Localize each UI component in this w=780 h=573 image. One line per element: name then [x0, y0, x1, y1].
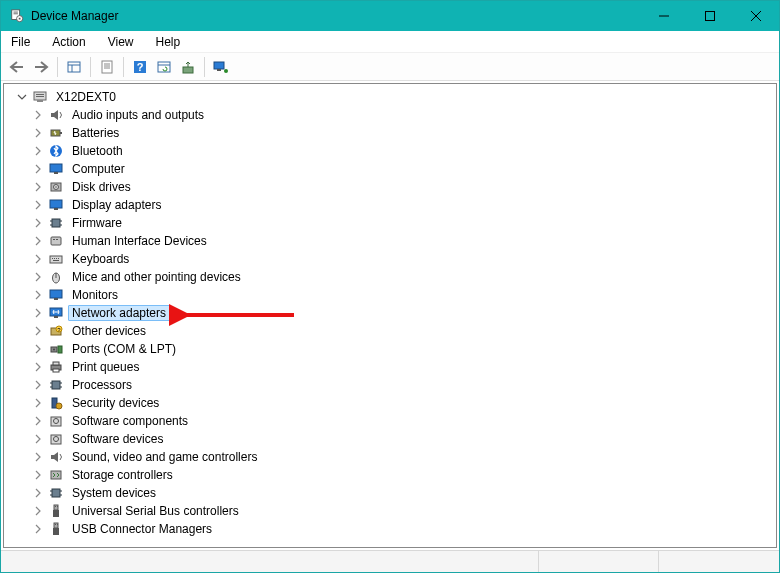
- expand-icon[interactable]: [32, 163, 44, 175]
- tree-node[interactable]: Universal Serial Bus controllers: [8, 502, 774, 520]
- svg-rect-26: [36, 96, 44, 97]
- tree-node[interactable]: Security devices: [8, 394, 774, 412]
- tree-node-label: Keyboards: [68, 251, 133, 267]
- maximize-button[interactable]: [687, 1, 733, 31]
- svg-rect-43: [51, 237, 61, 245]
- menu-help[interactable]: Help: [152, 33, 185, 51]
- tree-node[interactable]: Sound, video and game controllers: [8, 448, 774, 466]
- toolbar-properties-button[interactable]: [95, 56, 119, 78]
- tree-node-label: Universal Serial Bus controllers: [68, 503, 243, 519]
- tree-node[interactable]: Mice and other pointing devices: [8, 268, 774, 286]
- tree-node[interactable]: Storage controllers: [8, 466, 774, 484]
- tree-node[interactable]: Software devices: [8, 430, 774, 448]
- statusbar-segment: [659, 551, 779, 572]
- expand-icon[interactable]: [32, 253, 44, 265]
- expand-icon[interactable]: [32, 325, 44, 337]
- device-tree-pane[interactable]: X12DEXT0 Audio inputs and outputsBatteri…: [3, 83, 777, 548]
- tree-node-label: Processors: [68, 377, 136, 393]
- toolbar-update-driver-button[interactable]: [176, 56, 200, 78]
- tree-node[interactable]: Audio inputs and outputs: [8, 106, 774, 124]
- expand-icon[interactable]: [32, 145, 44, 157]
- statusbar: [1, 550, 779, 572]
- device-tree: X12DEXT0 Audio inputs and outputsBatteri…: [6, 86, 774, 538]
- tree-node-label: Monitors: [68, 287, 122, 303]
- expand-icon[interactable]: [32, 379, 44, 391]
- svg-rect-12: [102, 61, 112, 73]
- window-title: Device Manager: [31, 1, 641, 31]
- tree-node-label: Human Interface Devices: [68, 233, 211, 249]
- toolbar-remote-button[interactable]: [209, 56, 233, 78]
- expand-icon[interactable]: [32, 523, 44, 535]
- tree-node-label: Display adapters: [68, 197, 165, 213]
- expand-icon[interactable]: [32, 235, 44, 247]
- expand-icon[interactable]: [32, 469, 44, 481]
- expand-icon[interactable]: [32, 433, 44, 445]
- tree-node[interactable]: USB Connector Managers: [8, 520, 774, 538]
- tree-node[interactable]: Display adapters: [8, 196, 774, 214]
- toolbar-back-button[interactable]: [5, 56, 29, 78]
- expand-icon[interactable]: [32, 415, 44, 427]
- expand-icon[interactable]: [32, 127, 44, 139]
- svg-rect-88: [54, 523, 58, 528]
- expand-icon[interactable]: [32, 271, 44, 283]
- toolbar-help-button[interactable]: ?: [128, 56, 152, 78]
- expand-icon[interactable]: [32, 505, 44, 517]
- expand-icon[interactable]: [32, 199, 44, 211]
- menu-action[interactable]: Action: [48, 33, 89, 51]
- tree-node[interactable]: Disk drives: [8, 178, 774, 196]
- svg-rect-66: [53, 369, 59, 372]
- expand-icon[interactable]: [32, 397, 44, 409]
- tree-node[interactable]: Network adapters: [8, 304, 774, 322]
- toolbar-show-hidden-button[interactable]: [62, 56, 86, 78]
- tree-node[interactable]: Computer: [8, 160, 774, 178]
- monitor-icon: [48, 197, 64, 213]
- close-button[interactable]: [733, 1, 779, 31]
- collapse-icon[interactable]: [16, 91, 28, 103]
- tree-node[interactable]: Software components: [8, 412, 774, 430]
- monitor-icon: [48, 287, 64, 303]
- chip-icon: [48, 377, 64, 393]
- tree-node-label: Other devices: [68, 323, 150, 339]
- menu-view[interactable]: View: [104, 33, 138, 51]
- minimize-button[interactable]: [641, 1, 687, 31]
- svg-point-73: [56, 403, 62, 409]
- toolbar-refresh-button[interactable]: [152, 56, 176, 78]
- tree-node[interactable]: Human Interface Devices: [8, 232, 774, 250]
- svg-rect-48: [54, 258, 55, 259]
- svg-rect-63: [58, 346, 62, 353]
- menu-file[interactable]: File: [7, 33, 34, 51]
- tree-node[interactable]: Batteries: [8, 124, 774, 142]
- expand-icon[interactable]: [32, 289, 44, 301]
- svg-rect-27: [37, 100, 43, 102]
- expand-icon[interactable]: [32, 451, 44, 463]
- svg-rect-25: [36, 94, 44, 95]
- expand-icon[interactable]: [32, 361, 44, 373]
- tree-node[interactable]: Processors: [8, 376, 774, 394]
- computer-icon: [32, 89, 48, 105]
- tree-node[interactable]: Bluetooth: [8, 142, 774, 160]
- expand-icon[interactable]: [32, 343, 44, 355]
- svg-rect-54: [50, 290, 62, 298]
- menubar: File Action View Help: [1, 31, 779, 53]
- tree-node[interactable]: Ports (COM & LPT): [8, 340, 774, 358]
- tree-node[interactable]: Monitors: [8, 286, 774, 304]
- tree-root-node[interactable]: X12DEXT0: [8, 88, 774, 106]
- svg-rect-37: [54, 208, 58, 210]
- expand-icon[interactable]: [32, 307, 44, 319]
- expand-icon[interactable]: [32, 217, 44, 229]
- tree-node[interactable]: Firmware: [8, 214, 774, 232]
- svg-rect-55: [54, 298, 58, 300]
- tree-node[interactable]: Print queues: [8, 358, 774, 376]
- tree-children: Audio inputs and outputsBatteriesBluetoo…: [8, 106, 774, 538]
- expand-icon[interactable]: [32, 487, 44, 499]
- svg-rect-90: [55, 524, 56, 525]
- expand-icon[interactable]: [32, 181, 44, 193]
- tree-node-label: USB Connector Managers: [68, 521, 216, 537]
- toolbar-forward-button[interactable]: [29, 56, 53, 78]
- battery-icon: [48, 125, 64, 141]
- expand-icon[interactable]: [32, 109, 44, 121]
- svg-rect-50: [58, 258, 59, 259]
- tree-node[interactable]: Keyboards: [8, 250, 774, 268]
- tree-node[interactable]: ?Other devices: [8, 322, 774, 340]
- tree-node[interactable]: System devices: [8, 484, 774, 502]
